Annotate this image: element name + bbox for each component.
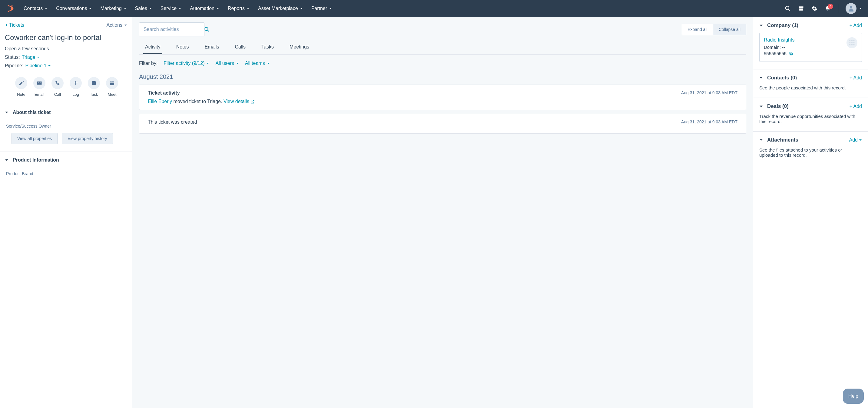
filter-activity-dropdown[interactable]: Filter activity (9/12) xyxy=(163,61,209,66)
ticket-title: Coworker can't log-in to portal xyxy=(5,33,127,42)
chevron-down-icon xyxy=(124,24,127,27)
plus-icon xyxy=(73,80,79,86)
nav-label: Automation xyxy=(190,6,214,11)
view-property-history-button[interactable]: View property history xyxy=(62,133,113,144)
attachments-section: Attachments Add See the files attached t… xyxy=(753,132,868,165)
status-dropdown[interactable]: Triage xyxy=(22,55,40,60)
section-title: About this ticket xyxy=(13,110,51,115)
collapse-all-button[interactable]: Collapse all xyxy=(713,24,746,35)
nav-conversations[interactable]: Conversations xyxy=(56,6,92,11)
search-input[interactable] xyxy=(144,27,204,32)
nav-label: Asset Marketplace xyxy=(258,6,298,11)
svg-rect-16 xyxy=(854,42,855,43)
right-sidebar: Company (1) + Add Radio Insights Domain:… xyxy=(753,17,868,408)
nav-partner[interactable]: Partner xyxy=(311,6,332,11)
section-title: Product Information xyxy=(13,157,59,163)
add-deal-button[interactable]: + Add xyxy=(849,104,862,109)
company-logo-placeholder xyxy=(846,37,858,48)
tab-meetings[interactable]: Meetings xyxy=(288,40,311,54)
activity-card: Ticket activity Aug 31, 2021 at 9:03 AM … xyxy=(139,85,746,110)
search-icon xyxy=(204,27,210,32)
nav-reports[interactable]: Reports xyxy=(228,6,250,11)
hubspot-logo[interactable] xyxy=(6,4,15,13)
chevron-down-icon xyxy=(48,64,51,67)
nav-right: 4 xyxy=(785,3,862,14)
help-button[interactable]: Help xyxy=(843,388,864,404)
nav-sales[interactable]: Sales xyxy=(135,6,152,11)
svg-rect-15 xyxy=(851,42,852,43)
contacts-description: See the people associated with this reco… xyxy=(759,85,862,90)
attachments-section-title: Attachments xyxy=(767,137,798,143)
add-attachment-dropdown[interactable]: Add xyxy=(849,137,862,143)
settings-icon[interactable] xyxy=(811,5,817,11)
notifications-icon[interactable]: 4 xyxy=(825,5,831,11)
svg-rect-18 xyxy=(851,44,852,45)
activity-card-date: Aug 31, 2021 at 9:03 AM EDT xyxy=(681,90,738,96)
task-action[interactable]: Task xyxy=(88,77,100,97)
chevron-down-icon[interactable] xyxy=(759,105,763,108)
tab-activity[interactable]: Activity xyxy=(143,40,162,54)
chevron-down-icon[interactable] xyxy=(759,138,763,142)
call-action[interactable]: Call xyxy=(52,77,64,97)
email-action[interactable]: Email xyxy=(33,77,45,97)
about-section-toggle[interactable]: About this ticket xyxy=(0,104,132,121)
tab-calls[interactable]: Calls xyxy=(233,40,247,54)
filter-by-label: Filter by: xyxy=(139,61,157,66)
phone-icon xyxy=(55,80,60,86)
action-label: Call xyxy=(54,92,61,97)
company-phone: 555555555 xyxy=(764,51,786,56)
view-all-properties-button[interactable]: View all properties xyxy=(11,133,58,144)
activity-actor-link[interactable]: Ellie Eberly xyxy=(148,99,172,104)
chevron-down-icon xyxy=(89,7,92,10)
log-action[interactable]: Log xyxy=(70,77,82,97)
nav-asset-marketplace[interactable]: Asset Marketplace xyxy=(258,6,303,11)
company-section: Company (1) + Add Radio Insights Domain:… xyxy=(753,17,868,69)
tab-notes[interactable]: Notes xyxy=(175,40,191,54)
expand-all-button[interactable]: Expand all xyxy=(682,24,713,35)
activity-card: This ticket was created Aug 31, 2021 at … xyxy=(139,114,746,134)
search-activities-box[interactable] xyxy=(139,23,205,36)
tab-tasks[interactable]: Tasks xyxy=(259,40,276,54)
product-info-section-toggle[interactable]: Product Information xyxy=(0,152,132,168)
meet-action[interactable]: Meet xyxy=(106,77,118,97)
nav-contacts[interactable]: Contacts xyxy=(24,6,48,11)
svg-point-8 xyxy=(205,27,208,31)
copy-icon[interactable] xyxy=(789,52,793,56)
view-details-label: View details xyxy=(223,99,249,104)
back-to-tickets[interactable]: Tickets xyxy=(5,23,24,28)
action-label: Meet xyxy=(108,92,117,97)
actions-dropdown[interactable]: Actions xyxy=(106,23,127,28)
marketplace-icon[interactable] xyxy=(798,5,804,11)
chevron-down-icon[interactable] xyxy=(759,76,763,80)
svg-rect-14 xyxy=(849,42,850,43)
activity-panel: Expand all Collapse all Activity Notes E… xyxy=(132,17,753,408)
svg-rect-10 xyxy=(789,52,792,54)
activity-card-title: Ticket activity xyxy=(148,90,180,96)
nav-marketing[interactable]: Marketing xyxy=(100,6,126,11)
nav-automation[interactable]: Automation xyxy=(190,6,219,11)
chevron-down-icon[interactable] xyxy=(759,24,763,27)
nav-service[interactable]: Service xyxy=(160,6,181,11)
search-icon[interactable] xyxy=(785,5,791,11)
activity-tabs: Activity Notes Emails Calls Tasks Meetin… xyxy=(139,40,746,55)
note-action[interactable]: Note xyxy=(15,77,27,97)
filter-users-dropdown[interactable]: All users xyxy=(215,61,239,66)
add-company-button[interactable]: + Add xyxy=(849,23,862,28)
filter-teams-label: All teams xyxy=(245,61,265,66)
nav-label: Sales xyxy=(135,6,147,11)
account-menu[interactable] xyxy=(845,3,862,14)
company-name-link[interactable]: Radio Insights xyxy=(764,37,795,43)
view-details-link[interactable]: View details xyxy=(223,99,255,104)
filter-teams-dropdown[interactable]: All teams xyxy=(245,61,270,66)
tab-emails[interactable]: Emails xyxy=(203,40,221,54)
activity-card-body: Ellie Eberly moved ticket to Triage. Vie… xyxy=(148,99,738,104)
filter-activity-label: Filter activity (9/12) xyxy=(163,61,205,66)
nav-label: Partner xyxy=(311,6,327,11)
pipeline-dropdown[interactable]: Pipeline 1 xyxy=(25,63,51,68)
svg-rect-17 xyxy=(849,44,850,45)
note-icon xyxy=(19,80,24,86)
action-label: Task xyxy=(90,92,98,97)
add-contact-button[interactable]: + Add xyxy=(849,75,862,81)
chevron-down-icon xyxy=(329,7,332,10)
chevron-down-icon xyxy=(44,7,48,10)
